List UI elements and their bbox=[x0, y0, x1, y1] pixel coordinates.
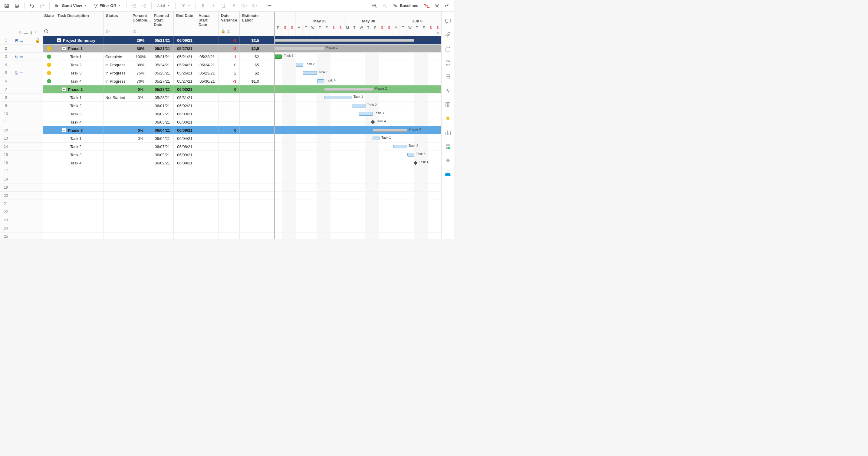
grid-row[interactable]: 3⎘▭Task 1Complete100%05/21/2105/21/2105/… bbox=[0, 53, 274, 61]
gantt-bar[interactable] bbox=[394, 145, 407, 148]
grid-row[interactable]: 15Task 306/09/2106/09/21 bbox=[0, 151, 274, 159]
grid-row[interactable]: 18 bbox=[0, 175, 274, 183]
grid-row[interactable]: 24 bbox=[0, 224, 274, 233]
underline-button[interactable]: U bbox=[219, 1, 228, 10]
text-color-button[interactable]: A▼ bbox=[250, 1, 259, 10]
fill-color-button[interactable]: ▼ bbox=[240, 1, 248, 10]
print-button[interactable] bbox=[13, 1, 21, 10]
grid-row[interactable]: 11Task 406/03/2106/03/21 bbox=[0, 118, 274, 126]
update-requests-button[interactable] bbox=[444, 59, 452, 67]
gantt-bar[interactable] bbox=[359, 112, 373, 116]
gantt-row[interactable]: Task 2 bbox=[275, 102, 441, 110]
gantt-row[interactable] bbox=[275, 183, 441, 192]
grid-body[interactable]: 1⎘▭🔒−Project Summary29%05/21/2106/09/21-… bbox=[0, 36, 274, 239]
grid-row[interactable]: 12−Phase 30%06/04/2106/09/210 bbox=[0, 126, 274, 134]
italic-button[interactable]: I bbox=[209, 1, 218, 10]
gantt-row[interactable] bbox=[275, 192, 441, 200]
gantt-bar[interactable] bbox=[275, 39, 414, 42]
gantt-row[interactable]: Phase 3 bbox=[275, 126, 441, 134]
gantt-bar[interactable] bbox=[373, 129, 407, 132]
gantt-row[interactable]: Task 2 bbox=[275, 143, 441, 151]
comment-icon[interactable]: ▭ bbox=[19, 38, 23, 43]
view-selector[interactable]: Gantt View ▼ bbox=[53, 1, 89, 10]
grid-row[interactable]: 13Task 10%06/04/2106/04/21 bbox=[0, 134, 274, 143]
gantt-bar[interactable] bbox=[275, 55, 282, 59]
grid-row[interactable]: 25 bbox=[0, 233, 274, 239]
zoom-in-button[interactable] bbox=[370, 1, 379, 10]
gantt-row[interactable]: Task 1 bbox=[275, 134, 441, 143]
resource-mgmt-button[interactable] bbox=[444, 143, 452, 150]
col-actual-start[interactable]: Actual Start Date bbox=[198, 13, 216, 27]
gantt-row[interactable] bbox=[275, 200, 441, 208]
gantt-row[interactable]: Task 3 bbox=[275, 69, 441, 77]
indent-button[interactable] bbox=[140, 1, 148, 10]
dynamic-view-button[interactable] bbox=[444, 157, 452, 164]
gantt-row[interactable]: Task 4 bbox=[275, 159, 441, 167]
gantt-row[interactable]: Phase 2 bbox=[275, 85, 441, 94]
undo-button[interactable] bbox=[28, 1, 36, 10]
proofs-button[interactable] bbox=[444, 45, 452, 53]
gantt-bar[interactable] bbox=[296, 63, 303, 67]
critical-path-button[interactable] bbox=[423, 1, 431, 10]
gantt-row[interactable]: Task 4 bbox=[275, 77, 441, 85]
grid-row[interactable]: 8Task 1Not Started0%05/28/2105/31/21 bbox=[0, 94, 274, 102]
gantt-bar[interactable] bbox=[352, 104, 366, 108]
summary-button[interactable] bbox=[444, 101, 452, 109]
grid-row[interactable]: 7−Phase 20%05/28/2106/03/210 bbox=[0, 85, 274, 94]
grid-row[interactable]: 21 bbox=[0, 200, 274, 208]
zoom-out-button[interactable] bbox=[380, 1, 389, 10]
more-button[interactable]: ••• bbox=[265, 1, 274, 10]
gantt-row[interactable]: Task 1 bbox=[275, 53, 441, 61]
gantt-bar[interactable] bbox=[275, 47, 324, 50]
salesforce-button[interactable] bbox=[444, 171, 452, 178]
close-gantt-button[interactable]: ✕ bbox=[436, 31, 439, 35]
gantt-row[interactable] bbox=[275, 208, 441, 216]
collapse-toggle[interactable]: − bbox=[62, 128, 66, 132]
gantt-body[interactable]: Project SPhase 1Task 1Task 2Task 3Task 4… bbox=[275, 36, 441, 239]
collapse-toggle[interactable]: − bbox=[57, 38, 61, 42]
col-date-variance[interactable]: Date Variance bbox=[221, 13, 237, 22]
grid-row[interactable]: 1⎘▭🔒−Project Summary29%05/21/2106/09/21-… bbox=[0, 36, 274, 44]
brandfolder-button[interactable] bbox=[444, 115, 452, 122]
gantt-bar[interactable] bbox=[324, 96, 352, 99]
grid-row[interactable]: 9Task 206/01/2106/02/21 bbox=[0, 102, 274, 110]
grid-row[interactable]: 6Task 4In Progress70%05/27/2105/27/2105/… bbox=[0, 77, 274, 85]
comment-icon[interactable]: ▭ bbox=[19, 54, 23, 59]
gantt-row[interactable]: Task 1 bbox=[275, 94, 441, 102]
attachments-button[interactable] bbox=[444, 31, 452, 39]
col-task[interactable]: Task Description bbox=[58, 13, 101, 18]
activity-log-button[interactable] bbox=[444, 87, 452, 94]
gantt-row[interactable]: Task 2 bbox=[275, 61, 441, 69]
col-planned-start[interactable]: Planned Start Date bbox=[154, 13, 171, 27]
milestone[interactable] bbox=[413, 161, 417, 165]
col-est-labor[interactable]: Estimated Labor bbox=[242, 13, 258, 22]
grid-row[interactable]: 4Task 2In Progress80%05/24/2105/24/2105/… bbox=[0, 61, 274, 69]
comment-icon[interactable]: ▭ bbox=[19, 70, 23, 75]
col-percent[interactable]: Percent Comple… bbox=[132, 13, 149, 22]
font-selector[interactable]: Arial▼ bbox=[155, 1, 172, 10]
grid-row[interactable]: 16Task 406/09/2106/09/21 bbox=[0, 159, 274, 167]
settings-button[interactable] bbox=[433, 1, 441, 10]
gantt-row[interactable]: Task 3 bbox=[275, 110, 441, 118]
gantt-bar[interactable] bbox=[303, 71, 317, 75]
gantt-bar[interactable] bbox=[373, 136, 379, 140]
milestone[interactable] bbox=[371, 120, 375, 124]
grid-row[interactable]: 19 bbox=[0, 183, 274, 192]
outdent-button[interactable] bbox=[129, 1, 138, 10]
grid-row[interactable]: 5⎘▭Task 3In Progress75%05/25/2105/26/210… bbox=[0, 69, 274, 77]
baselines-button[interactable]: Baselines bbox=[391, 1, 421, 10]
gantt-row[interactable]: Project S bbox=[275, 36, 441, 44]
gantt-row[interactable] bbox=[275, 175, 441, 183]
reports-button[interactable] bbox=[444, 129, 452, 136]
col-status[interactable]: Status bbox=[106, 13, 127, 18]
gantt-bar[interactable] bbox=[317, 79, 324, 83]
collapse-toggle[interactable]: − bbox=[62, 87, 66, 91]
col-end-date[interactable]: End Date bbox=[176, 13, 193, 18]
bold-button[interactable]: B bbox=[199, 1, 207, 10]
grid-row[interactable]: 23 bbox=[0, 216, 274, 224]
attachment-icon[interactable]: ⎘ bbox=[15, 70, 18, 75]
gantt-row[interactable]: Phase 1 bbox=[275, 44, 441, 53]
grid-row[interactable]: 2−Phase 180%05/21/2105/27/21-2$2,5 bbox=[0, 44, 274, 53]
gantt-row[interactable]: Task 4 bbox=[275, 118, 441, 126]
filter-selector[interactable]: Filter Off ▼ bbox=[91, 1, 123, 10]
